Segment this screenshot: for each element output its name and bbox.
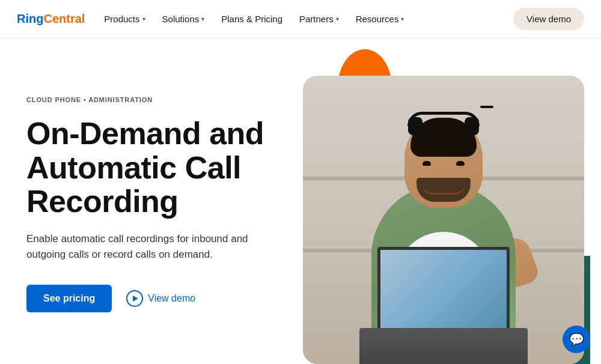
photo-background bbox=[303, 76, 584, 364]
logo-central: Central bbox=[43, 12, 85, 26]
laptop-screen bbox=[377, 247, 510, 331]
headset-left bbox=[408, 117, 423, 135]
person-illustration bbox=[341, 100, 546, 364]
view-demo-nav-button[interactable]: View demo bbox=[513, 8, 584, 30]
nav-products[interactable]: Products ▾ bbox=[104, 14, 145, 24]
hero-image bbox=[303, 38, 584, 364]
chat-icon: 💬 bbox=[569, 332, 584, 347]
page-title: On-Demand and Automatic Call Recording bbox=[26, 117, 291, 217]
headset-right bbox=[465, 117, 479, 135]
person-eye-left bbox=[423, 161, 431, 166]
headset-mic bbox=[480, 106, 493, 108]
logo-ring: Ring bbox=[17, 12, 43, 26]
play-icon bbox=[126, 290, 143, 307]
chevron-down-icon: ▾ bbox=[142, 16, 145, 22]
view-demo-button[interactable]: View demo bbox=[126, 290, 195, 307]
hero-description: Enable automatic call recordings for inb… bbox=[26, 231, 255, 263]
hero-actions: See pricing View demo bbox=[26, 285, 291, 312]
navbar: RingCentral Products ▾ Solutions ▾ Plans… bbox=[0, 0, 601, 38]
person-head bbox=[404, 118, 483, 208]
headset-band bbox=[407, 112, 480, 126]
hero-section: Cloud Phone • Administration On-Demand a… bbox=[0, 38, 601, 364]
chevron-down-icon: ▾ bbox=[201, 16, 204, 22]
chevron-down-icon: ▾ bbox=[401, 16, 404, 22]
chevron-down-icon: ▾ bbox=[336, 16, 339, 22]
nav-links: Products ▾ Solutions ▾ Plans & Pricing P… bbox=[104, 14, 513, 24]
nav-solutions[interactable]: Solutions ▾ bbox=[162, 14, 205, 24]
breadcrumb: Cloud Phone • Administration bbox=[26, 96, 291, 103]
hero-content: Cloud Phone • Administration On-Demand a… bbox=[26, 38, 303, 364]
person-eye-right bbox=[456, 161, 465, 166]
chat-widget-button[interactable]: 💬 bbox=[563, 326, 590, 353]
nav-plans-pricing[interactable]: Plans & Pricing bbox=[221, 14, 282, 24]
nav-partners[interactable]: Partners ▾ bbox=[299, 14, 339, 24]
hero-photo bbox=[303, 76, 584, 364]
laptop-base bbox=[359, 328, 528, 364]
see-pricing-button[interactable]: See pricing bbox=[26, 285, 112, 312]
logo[interactable]: RingCentral bbox=[17, 12, 85, 26]
nav-resources[interactable]: Resources ▾ bbox=[356, 14, 404, 24]
person-smile bbox=[421, 183, 466, 195]
